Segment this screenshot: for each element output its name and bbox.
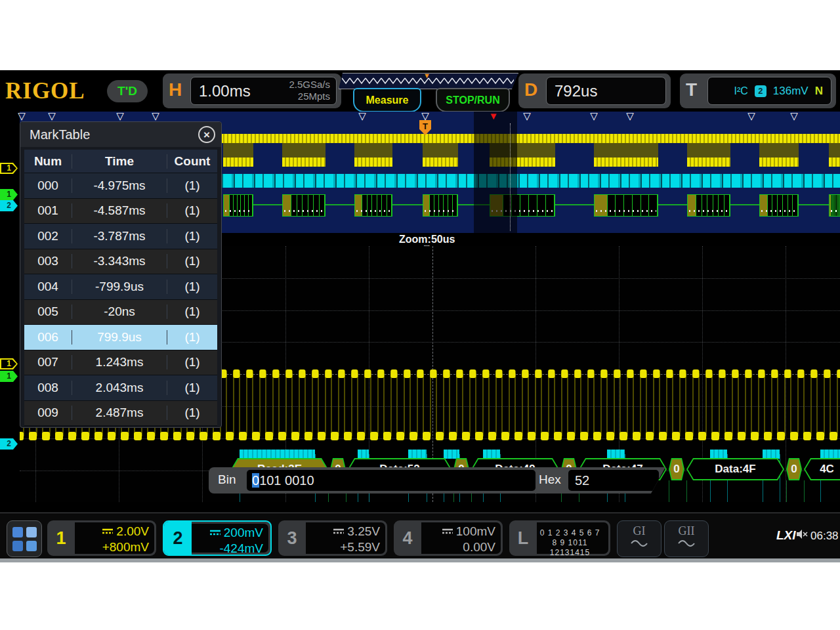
channel-4-number: 4 xyxy=(394,520,421,556)
ch1-persistence-fill xyxy=(223,143,253,159)
table-row[interactable]: 0092.487ms(1) xyxy=(24,401,217,427)
zoom-region-shade[interactable] xyxy=(474,112,517,233)
table-row[interactable]: 000-4.975ms(1) xyxy=(24,173,217,199)
decode-segment-ack: 0 xyxy=(786,458,802,480)
ch2-high-segment xyxy=(607,450,625,459)
channel-2-values: 200mV -424mV xyxy=(192,524,268,553)
screen-bottom-edge xyxy=(0,558,840,562)
table-row[interactable]: 003-3.343ms(1) xyxy=(24,249,217,275)
ch2-high-segment xyxy=(710,450,727,459)
speaker-muted-icon[interactable] xyxy=(796,529,808,539)
bottom-status-bar: 1 2.00V +800mV 2 200mV -424mV 3 3.25V +5… xyxy=(0,513,840,558)
menu-button[interactable] xyxy=(7,520,42,557)
top-status-bar: RIGOL T'D H 1.00ms 2.5GSa/s 25Mpts xyxy=(0,70,840,112)
table-row[interactable]: 0071.243ms(1) xyxy=(24,350,217,376)
delay-control[interactable]: D 792us xyxy=(518,74,671,108)
decode-frame-group xyxy=(282,194,326,217)
memory-depth: 25Mpts xyxy=(289,91,330,102)
ch2-high-segment xyxy=(820,450,840,459)
decode-frame-group xyxy=(223,194,253,217)
channel-4-button[interactable]: 4 100mV 0.00V xyxy=(394,520,503,556)
decode-frame-group xyxy=(594,194,658,217)
logic-channels-button[interactable]: L 0 1 2 3 4 5 6 7 8 9 1011 12131415 xyxy=(509,520,610,556)
trigger-status-badge: T'D xyxy=(107,80,148,102)
waveform-preview-strip[interactable]: ▼ xyxy=(339,73,518,89)
delay-value: 792us xyxy=(555,82,597,100)
h-label: H xyxy=(169,79,182,100)
rigol-logo: RIGOL xyxy=(5,78,85,104)
system-clock: 06:38 xyxy=(810,530,839,543)
ch2-high-segment xyxy=(763,450,780,459)
acquisition-info: 2.5GSa/s 25Mpts xyxy=(289,79,330,102)
bin-value-field[interactable]: 0101 0010 xyxy=(247,470,536,491)
marker-triangle-icon: ▽ xyxy=(48,112,56,122)
decode-segment-ack: 0 xyxy=(669,458,684,480)
ch1-waveform-low-band xyxy=(282,158,326,167)
timebase-box[interactable]: 1.00ms 2.5GSa/s 25Mpts xyxy=(190,77,337,105)
table-row[interactable]: 0082.043ms(1) xyxy=(24,375,217,401)
channel-1-values: 2.00V +800mV xyxy=(75,522,154,554)
marktable-header-row: Num Time Count xyxy=(24,150,217,173)
trigger-control[interactable]: T I²C 2 136mV N xyxy=(680,74,836,108)
ch1-waveform-low-band xyxy=(687,158,730,167)
generator-1-button[interactable]: GI xyxy=(617,520,662,557)
ch1-persistence-fill xyxy=(282,143,326,159)
horizontal-timebase-control[interactable]: H 1.00ms 2.5GSa/s 25Mpts xyxy=(163,74,341,108)
marker-triangle-icon: ▽ xyxy=(747,112,755,122)
sample-rate: 2.5GSa/s xyxy=(289,79,330,91)
marker-triangle-icon: ▽ xyxy=(152,112,159,122)
stop-run-button[interactable]: STOP/RUN xyxy=(436,88,510,112)
menu-grid-icon xyxy=(12,527,23,537)
generator-2-button[interactable]: GII xyxy=(664,520,709,557)
decode-idle-line xyxy=(799,204,829,205)
t-label: T xyxy=(686,79,697,100)
decode-idle-line xyxy=(658,204,687,205)
channel-1-number: 1 xyxy=(47,520,75,556)
marker-triangle-icon: ▽ xyxy=(590,112,598,122)
channel-3-button[interactable]: 3 3.25V +5.59V xyxy=(278,520,387,556)
ch1-waveform-low-band xyxy=(423,158,458,167)
decode-frame-group xyxy=(687,194,730,217)
delay-box[interactable]: 792us xyxy=(546,77,666,105)
decode-idle-line xyxy=(730,204,759,205)
decode-frame-group xyxy=(829,194,840,217)
ch1-persistence-fill xyxy=(354,143,392,159)
ch2-high-segment xyxy=(444,450,459,459)
table-row[interactable]: 005-20ns(1) xyxy=(24,300,217,326)
dc-coupling-icon xyxy=(210,530,220,536)
ch2-high-segment xyxy=(408,450,427,459)
ch1-waveform-low-band xyxy=(594,158,658,167)
decode-idle-line xyxy=(253,204,282,205)
preview-trigger-marker-icon: ▼ xyxy=(423,72,430,79)
marker-triangle-icon: ▽ xyxy=(18,112,26,122)
ch1-waveform-low-band xyxy=(354,158,392,167)
table-row-selected[interactable]: 006799.9us(1) xyxy=(24,325,217,350)
table-row[interactable]: 004-799.9us(1) xyxy=(24,274,217,300)
column-num: Num xyxy=(24,154,72,169)
trigger-level: 136mV xyxy=(773,85,808,98)
marker-triangle-icon: ▽ xyxy=(626,112,634,122)
marktable-close-button[interactable]: × xyxy=(198,126,215,143)
decode-frame-group xyxy=(759,194,799,217)
lxi-badge: LXI xyxy=(776,528,796,543)
trigger-source-badge: 2 xyxy=(755,85,766,97)
channel-2-button[interactable]: 2 200mV -424mV xyxy=(163,520,272,556)
table-row[interactable]: 001-4.587ms(1) xyxy=(24,199,217,224)
ch2-high-segment xyxy=(483,450,500,459)
trigger-box[interactable]: I²C 2 136mV N xyxy=(707,77,831,105)
table-row[interactable]: 002-3.787ms(1) xyxy=(24,224,217,249)
decode-segment-data: Data:4F xyxy=(686,458,784,480)
channel-3-values: 3.25V +5.59V xyxy=(306,522,385,554)
measure-tab[interactable]: Measure xyxy=(353,88,421,112)
ch2-high-segment xyxy=(358,450,369,459)
decode-boundary-tick xyxy=(686,480,687,502)
ch1-persistence-fill xyxy=(687,143,730,159)
column-count: Count xyxy=(167,154,217,169)
trigger-slope: N xyxy=(815,85,823,98)
trigger-position-line xyxy=(510,123,511,231)
decode-boundary-tick xyxy=(786,480,787,502)
ch1-persistence-fill xyxy=(423,143,458,159)
channel-1-button[interactable]: 1 2.00V +800mV xyxy=(47,520,156,556)
hex-value-field[interactable]: 52 xyxy=(568,470,659,491)
ch1-waveform-low-band xyxy=(759,158,799,167)
